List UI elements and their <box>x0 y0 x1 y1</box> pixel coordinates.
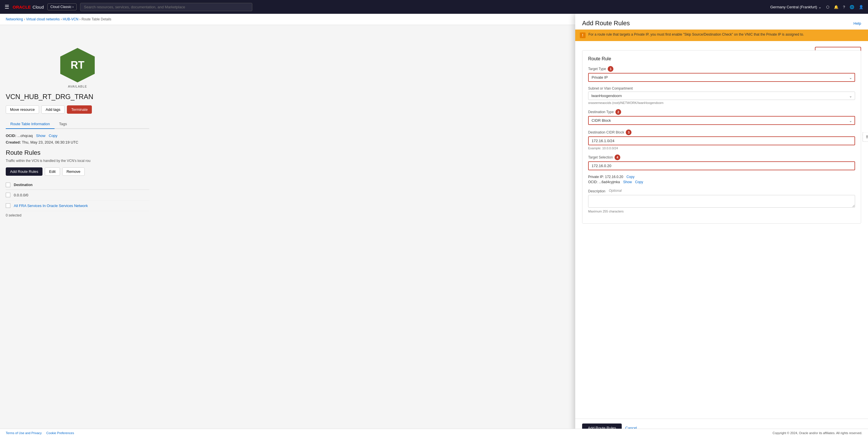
subnet-compartment-sublabel: oraseemeaocids (root)/NETWORK/IwanHoogen… <box>588 101 855 104</box>
move-resource-button[interactable]: Move resource <box>6 105 39 114</box>
top-navigation: ☰ ORACLE Cloud Cloud Classic › Germany C… <box>0 0 868 14</box>
description-label: Description Optional <box>588 189 855 194</box>
move-vertically-button[interactable]: ⠿ Move vertically <box>863 132 868 142</box>
route-rules-buttons: Add Route Rules Edit Remove <box>6 167 149 176</box>
destination-2[interactable]: All FRA Services In Oracle Services Netw… <box>14 204 88 208</box>
ocid-label-panel: OCID: <box>588 180 598 184</box>
destination-type-select[interactable]: CIDR Block Service <box>588 116 855 125</box>
table-row: 0.0.0.0/0 <box>6 190 149 200</box>
bell-icon[interactable]: 🔔 <box>834 5 838 9</box>
warning-text: For a route rule that targets a Private … <box>588 32 804 36</box>
subnet-compartment-label: Subnet or Vlan Compartment <box>588 87 855 90</box>
destination-cidr-input[interactable] <box>588 136 855 145</box>
row-checkbox-2[interactable] <box>6 203 10 208</box>
created-row: Created: Thu, May 23, 2024, 06:30:19 UTC <box>6 140 149 145</box>
description-max-chars: Maximum 255 characters <box>588 210 855 213</box>
route-rules-title: Route Rules <box>6 149 149 156</box>
warning-icon: ! <box>580 32 586 38</box>
footer-links: Terms of Use and Privacy Cookie Preferen… <box>6 431 74 435</box>
remove-button[interactable]: Remove <box>62 167 85 176</box>
select-all-checkbox[interactable] <box>6 183 10 187</box>
monitor-icon[interactable]: ⬡ <box>826 5 829 9</box>
card-title: Route Rule <box>588 56 855 61</box>
terms-link[interactable]: Terms of Use and Privacy <box>6 431 42 435</box>
target-selection-input[interactable] <box>588 161 855 170</box>
ocid-row: OCID: ...ohqcaq Show Copy <box>6 133 149 138</box>
search-input[interactable] <box>80 3 252 11</box>
selected-count: 0 selected <box>6 213 149 217</box>
private-ip-label: Private IP: <box>588 175 604 179</box>
left-panel: RT AVAILABLE VCN_HUB_RT_DRG_TRAN Move re… <box>0 36 155 437</box>
step-4-badge: 4 <box>615 154 620 160</box>
destination-type-label: Destination Type 2 <box>588 109 855 115</box>
main-tabs: Route Table Information Tags <box>6 120 149 129</box>
globe-icon[interactable]: 🌐 <box>849 5 854 9</box>
panel-body: + Another Route Rule Route Rule Target T… <box>575 41 868 418</box>
private-ip-info: Private IP: 172.16.0.20 Copy <box>588 175 855 179</box>
breadcrumb-networking[interactable]: Networking <box>6 17 23 21</box>
ocid-info: OCID: ...6ad4cyjmka Show Copy <box>588 180 855 184</box>
nav-right: Germany Central (Frankfurt) ⌄ ⬡ 🔔 ? 🌐 👤 <box>770 5 864 9</box>
route-rule-card: Route Rule Target Type 1 Private IP Inte… <box>582 50 861 224</box>
step-1-badge: 1 <box>608 66 613 72</box>
subnet-compartment-select[interactable]: IwanHoogendoorn <box>588 92 855 100</box>
step-3-badge: 3 <box>626 129 631 135</box>
cloud-classic-button[interactable]: Cloud Classic › <box>48 3 77 10</box>
resource-icon: RT <box>60 48 95 83</box>
help-link[interactable]: Help <box>854 21 861 26</box>
ocid-value-panel: ...6ad4cyjmka <box>599 180 620 184</box>
terminate-button[interactable]: Terminate <box>67 105 92 114</box>
panel-header: Add Route Rules Help <box>575 14 868 30</box>
target-type-group: Target Type 1 Private IP Internet Gatewa… <box>588 66 855 82</box>
page-title: VCN_HUB_RT_DRG_TRAN <box>6 93 149 101</box>
breadcrumb-vcn[interactable]: Virtual cloud networks <box>26 17 60 21</box>
table-header: Destination <box>6 180 149 190</box>
target-type-select[interactable]: Private IP Internet Gateway NAT Gateway … <box>588 73 855 82</box>
tab-tags[interactable]: Tags <box>55 120 71 128</box>
breadcrumb-hub-vcn[interactable]: HUB-VCN <box>63 17 79 21</box>
ocid-copy-link[interactable]: Copy <box>49 133 57 138</box>
destination-1: 0.0.0.0/0 <box>14 193 28 197</box>
oracle-text: ORACLE <box>12 5 31 9</box>
copyright: Copyright © 2024, Oracle and/or its affi… <box>773 431 862 435</box>
target-selection-label: Target Selection 4 <box>588 154 855 160</box>
destination-cidr-label: Destination CIDR Block 3 <box>588 129 855 135</box>
warning-banner: ! For a route rule that targets a Privat… <box>575 30 868 41</box>
destination-cidr-group: Destination CIDR Block 3 Example: 10.0.0… <box>588 129 855 150</box>
help-icon[interactable]: ? <box>843 5 845 9</box>
subnet-compartment-select-wrapper: IwanHoogendoorn <box>588 92 855 100</box>
available-badge: AVAILABLE <box>6 85 149 88</box>
move-vertically-icon: ⠿ <box>866 135 868 139</box>
panel-title: Add Route Rules <box>582 20 630 27</box>
side-panel: Add Route Rules Help ! For a route rule … <box>575 14 868 437</box>
cookie-link[interactable]: Cookie Preferences <box>46 431 74 435</box>
action-buttons: Move resource Add tags Terminate <box>6 105 149 114</box>
add-route-rules-button[interactable]: Add Route Rules <box>6 167 42 176</box>
oracle-logo: ORACLE Cloud <box>12 5 44 9</box>
target-type-select-wrapper: Private IP Internet Gateway NAT Gateway … <box>588 73 855 82</box>
ocid-copy-panel[interactable]: Copy <box>635 180 643 184</box>
table-row: All FRA Services In Oracle Services Netw… <box>6 200 149 211</box>
row-checkbox-1[interactable] <box>6 193 10 197</box>
breadcrumb-current: Route Table Details <box>82 17 112 21</box>
hamburger-icon[interactable]: ☰ <box>5 4 9 10</box>
step-2-badge: 2 <box>615 109 621 115</box>
description-input[interactable] <box>588 195 855 208</box>
panel-title-row: Add Route Rules Help <box>582 20 861 27</box>
description-group: Description Optional Maximum 255 charact… <box>588 189 855 213</box>
subnet-compartment-group: Subnet or Vlan Compartment IwanHoogendoo… <box>588 87 855 104</box>
edit-button[interactable]: Edit <box>45 167 60 176</box>
cloud-text: Cloud <box>32 5 43 9</box>
ocid-show-panel[interactable]: Show <box>623 180 632 184</box>
region-selector[interactable]: Germany Central (Frankfurt) ⌄ <box>770 5 822 9</box>
private-ip-copy[interactable]: Copy <box>626 175 634 179</box>
target-selection-group: Target Selection 4 <box>588 154 855 170</box>
user-icon[interactable]: 👤 <box>859 5 863 9</box>
tab-route-table-info[interactable]: Route Table Information <box>6 120 55 129</box>
target-type-label: Target Type 1 <box>588 66 855 72</box>
info-section: OCID: ...ohqcaq Show Copy Created: Thu, … <box>6 133 149 145</box>
destination-type-group: Destination Type 2 CIDR Block Service <box>588 109 855 125</box>
private-ip-value: 172.16.0.20 <box>605 175 623 179</box>
ocid-show-link[interactable]: Show <box>36 133 45 138</box>
add-tags-button[interactable]: Add tags <box>41 105 65 114</box>
